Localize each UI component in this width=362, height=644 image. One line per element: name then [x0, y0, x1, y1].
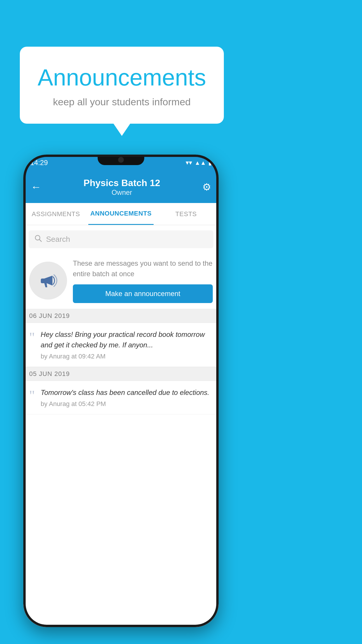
wifi-icon: ▾▾ [186, 159, 192, 167]
status-icons: ▾▾ ▲▲ ▮ [186, 159, 212, 167]
make-announcement-button[interactable]: Make an announcement [73, 284, 213, 303]
phone-content: Search These are messages you want to se… [23, 225, 219, 627]
status-time: 14:29 [30, 159, 48, 167]
tab-assignments[interactable]: ASSIGNMENTS [23, 203, 88, 225]
promo-description: These are messages you want to send to t… [73, 258, 213, 279]
phone-frame: 14:29 ▾▾ ▲▲ ▮ ← Physics Batch 12 Owner ⚙… [23, 155, 219, 627]
announcement-meta-2: by Anurag at 05:42 PM [41, 400, 213, 408]
date-separator-2: 05 JUN 2019 [23, 367, 219, 381]
announcement-text-block-2: Tomorrow's class has been cancelled due … [41, 387, 213, 408]
date-separator-1: 06 JUN 2019 [23, 309, 219, 323]
announcement-text-2: Tomorrow's class has been cancelled due … [41, 387, 213, 398]
bubble-subtitle: keep all your students informed [34, 96, 209, 108]
svg-line-1 [39, 239, 41, 242]
speech-bubble: Announcements keep all your students inf… [20, 47, 224, 124]
tabs-container: ASSIGNMENTS ANNOUNCEMENTS TESTS [23, 203, 219, 225]
announcement-promo: These are messages you want to send to t… [23, 251, 219, 309]
speech-bubble-container: Announcements keep all your students inf… [20, 47, 224, 124]
search-icon [34, 235, 42, 244]
announcement-item-1[interactable]: " Hey class! Bring your practical record… [23, 323, 219, 367]
owner-subtitle: Owner [83, 188, 160, 197]
quote-icon-2: " [29, 388, 35, 402]
bubble-title: Announcements [34, 64, 209, 91]
search-bar[interactable]: Search [29, 230, 213, 248]
app-header: ← Physics Batch 12 Owner ⚙ [23, 171, 219, 203]
camera-lens [118, 157, 124, 163]
batch-title: Physics Batch 12 [83, 178, 160, 188]
announcement-text-block-1: Hey class! Bring your practical record b… [41, 329, 213, 360]
back-button[interactable]: ← [31, 181, 41, 193]
signal-icon: ▲▲ [194, 160, 206, 166]
announcement-item-2[interactable]: " Tomorrow's class has been cancelled du… [23, 381, 219, 414]
header-title-section: Physics Batch 12 Owner [83, 178, 160, 197]
phone-notch [98, 155, 144, 165]
search-placeholder: Search [46, 235, 70, 244]
quote-icon-1: " [29, 330, 35, 344]
settings-button[interactable]: ⚙ [202, 181, 211, 193]
tab-announcements[interactable]: ANNOUNCEMENTS [88, 203, 153, 225]
battery-icon: ▮ [208, 159, 212, 166]
promo-right: These are messages you want to send to t… [73, 258, 213, 303]
promo-icon-circle [29, 262, 67, 300]
announcement-text-1: Hey class! Bring your practical record b… [41, 329, 213, 350]
announcement-meta-1: by Anurag at 09:42 AM [41, 353, 213, 360]
tab-tests[interactable]: TESTS [154, 203, 219, 225]
